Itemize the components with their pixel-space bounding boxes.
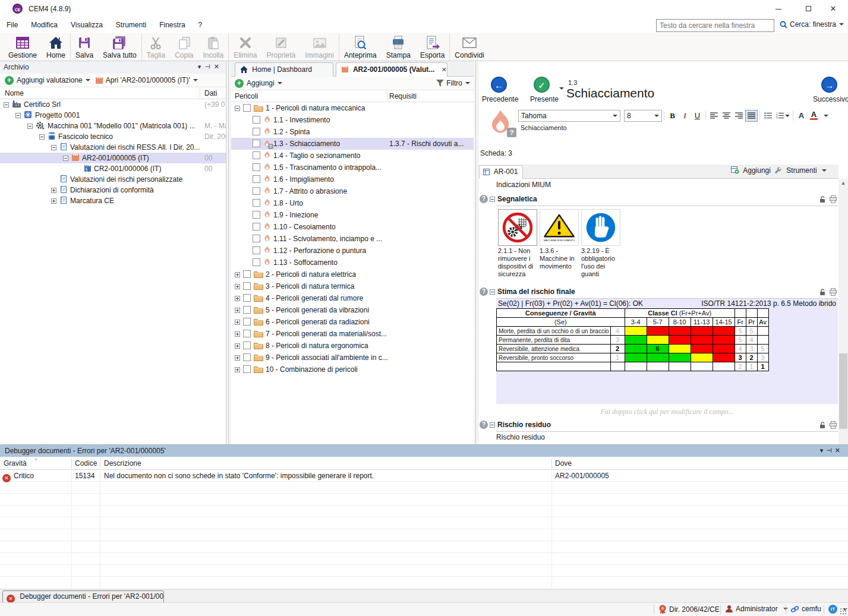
column-nome[interactable]: Nome xyxy=(5,89,24,97)
hazard-checkbox[interactable] xyxy=(243,365,251,373)
bullet-list-button[interactable] xyxy=(762,110,774,122)
toolbar-button-gestione[interactable]: Gestione xyxy=(4,33,42,61)
right-splitter[interactable] xyxy=(474,61,479,444)
tree-row[interactable]: Progetto 0001 xyxy=(0,110,226,121)
column-descrizione[interactable]: Descrizione xyxy=(104,459,141,467)
expander-icon[interactable] xyxy=(235,296,240,301)
risk-cell[interactable] xyxy=(691,362,713,371)
column-dove[interactable]: Dove xyxy=(555,459,572,467)
risk-cell[interactable] xyxy=(647,353,669,362)
risk-cell[interactable] xyxy=(625,327,647,336)
hazard-row[interactable]: 3 - Pericoli di natura termica xyxy=(231,280,474,292)
hazard-row[interactable]: 10 - Combinazione di pericoli xyxy=(231,364,474,375)
help-icon[interactable]: ? xyxy=(480,421,488,429)
directive-status[interactable]: Dir. 2006/42/CE xyxy=(658,605,720,614)
risk-cell[interactable] xyxy=(713,327,734,336)
risk-cell[interactable] xyxy=(691,345,713,353)
tools-button[interactable]: Strumenti xyxy=(774,166,827,175)
hazard-row[interactable]: 8 - Pericoli di natura ergonomica xyxy=(231,340,474,352)
hazard-row[interactable]: 1.4 - Taglio o sezionamento xyxy=(231,150,474,162)
hazard-checkbox[interactable] xyxy=(253,235,260,242)
warning-sign[interactable]: MACCHINE IN MOVIMENTO1.3.6 - Macchine in… xyxy=(540,209,581,270)
underline-button[interactable]: U xyxy=(691,110,704,122)
align-right-button[interactable] xyxy=(733,110,745,122)
hazard-row[interactable]: 1.1 - Investimento xyxy=(231,114,474,126)
tree-row[interactable]: Marcatura CE xyxy=(0,195,226,206)
resize-grip[interactable] xyxy=(840,608,847,615)
hazard-row[interactable]: 5 - Pericoli generati da vibrazioni xyxy=(231,304,474,316)
collapse-icon[interactable] xyxy=(490,197,495,202)
numbered-list-button[interactable]: 123 xyxy=(774,110,791,122)
hazard-row[interactable]: 1.13 - Soffocamento xyxy=(231,257,474,268)
hazard-checkbox[interactable] xyxy=(253,258,260,266)
print-icon[interactable] xyxy=(829,288,837,296)
toolbar-button-home[interactable]: Home xyxy=(42,33,70,61)
print-icon[interactable] xyxy=(829,421,837,429)
tree-row[interactable]: Macchina 001 "Modello 001" (Matricola 00… xyxy=(0,121,226,131)
hazard-checkbox[interactable] xyxy=(243,270,251,278)
lock-icon[interactable] xyxy=(819,195,826,203)
hazard-row[interactable]: 6 - Pericoli generati da radiazioni xyxy=(231,316,474,328)
risk-cell[interactable] xyxy=(691,353,713,362)
hazard-checkbox[interactable] xyxy=(243,353,251,361)
previous-icon[interactable]: ← xyxy=(491,77,507,93)
column-dati[interactable]: Dati xyxy=(204,89,217,97)
hazard-row[interactable]: 7 - Pericoli generati da materiali/sost.… xyxy=(231,328,474,340)
toolbar-button-taglia[interactable]: Taglia xyxy=(141,33,170,61)
column-gravita[interactable]: Gravità xyxy=(4,459,27,467)
risk-cell[interactable] xyxy=(713,362,734,371)
tree-row[interactable]: Certifico Srl(+39 075 xyxy=(0,99,226,110)
user-menu[interactable]: Administrator xyxy=(725,605,788,613)
expander-icon[interactable] xyxy=(15,113,21,118)
risk-cell[interactable] xyxy=(669,336,691,345)
open-document-button[interactable]: Apri 'AR2-001/000005 (IT)' xyxy=(106,76,190,84)
toolbar-overflow-icon[interactable] xyxy=(824,115,828,117)
help-icon[interactable]: ? xyxy=(480,195,488,203)
menu-finestra[interactable]: Finestra xyxy=(153,18,191,32)
highlight-color-button[interactable]: A xyxy=(808,110,820,122)
expander-icon[interactable] xyxy=(235,355,240,361)
risk-cell[interactable] xyxy=(691,336,713,345)
collapse-icon[interactable] xyxy=(490,289,495,295)
risk-cell[interactable] xyxy=(625,353,647,362)
tab-ar-001[interactable]: AR-001 xyxy=(479,165,523,179)
menu-modifica[interactable]: Modifica xyxy=(24,18,64,32)
pin-icon[interactable]: ⊣ xyxy=(204,63,214,70)
expander-icon[interactable] xyxy=(235,284,240,289)
expander-icon[interactable] xyxy=(4,102,9,108)
close-icon[interactable]: ✕ xyxy=(214,63,223,70)
filtro-button[interactable]: Filtro xyxy=(446,79,462,87)
hazard-checkbox[interactable] xyxy=(253,163,260,171)
hazard-checkbox[interactable] xyxy=(243,306,251,314)
menu--[interactable]: ? xyxy=(192,18,209,32)
toolbar-button-elimina[interactable]: Elimina xyxy=(228,33,261,61)
hazard-row[interactable]: 1.8 - Urto xyxy=(231,197,474,209)
close-button[interactable]: ✕ xyxy=(823,2,843,15)
hazard-row[interactable]: 1 - Pericoli di natura meccanica xyxy=(231,102,474,114)
previous-button[interactable]: Precedente xyxy=(482,95,518,103)
lock-icon[interactable] xyxy=(819,288,826,296)
tab-ar2-document[interactable]: AR2-001/000005 (Valut... ✕ xyxy=(336,62,447,77)
hazard-checkbox[interactable] xyxy=(243,104,251,112)
close-icon[interactable]: ✕ xyxy=(835,447,843,454)
chevron-down-icon[interactable] xyxy=(86,79,90,81)
hazard-checkbox[interactable] xyxy=(253,151,260,159)
risk-cell[interactable] xyxy=(625,345,647,353)
present-icon[interactable]: ✓ xyxy=(534,77,550,93)
link-status[interactable]: cemfu xyxy=(790,605,821,613)
panel-menu-icon[interactable]: ▾ xyxy=(820,447,827,454)
hazard-checkbox[interactable] xyxy=(253,175,260,183)
risk-cell[interactable] xyxy=(647,362,669,371)
risk-cell[interactable] xyxy=(647,327,669,336)
expander-icon[interactable] xyxy=(51,198,56,204)
expander-icon[interactable] xyxy=(27,124,33,129)
panel-menu-icon[interactable]: ▾ xyxy=(198,63,205,70)
risk-cell[interactable] xyxy=(625,362,647,371)
hazard-checkbox[interactable] xyxy=(243,282,251,290)
hazard-row[interactable]: 1.2 - Spinta xyxy=(231,126,474,138)
hazard-row[interactable]: 1.5 - Trascinamento o intrappola... xyxy=(231,162,474,173)
font-color-a-button[interactable]: A xyxy=(795,110,808,122)
hazard-checkbox[interactable] xyxy=(253,187,260,195)
expander-icon[interactable] xyxy=(235,331,240,337)
hazard-row[interactable]: 9 - Pericoli associati all'ambiente in c… xyxy=(231,352,474,364)
